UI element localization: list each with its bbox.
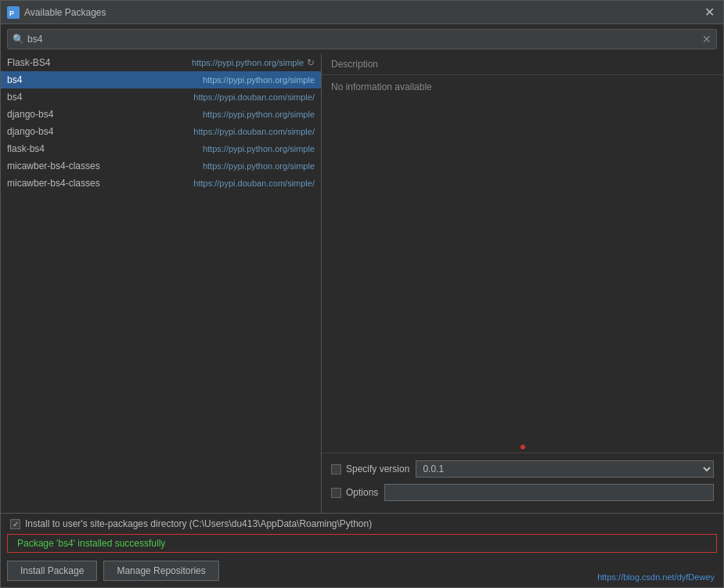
- list-item[interactable]: django-bs4https://pypi.python.org/simple: [1, 106, 321, 123]
- install-checkbox-row: Install to user's site-packages director…: [1, 514, 723, 534]
- list-item[interactable]: micawber-bs4-classeshttps://pypi.douban.…: [1, 175, 321, 192]
- package-name: micawber-bs4-classes: [7, 178, 193, 189]
- package-name: django-bs4: [7, 109, 203, 120]
- package-url: https://pypi.douban.com/simple/: [193, 92, 315, 102]
- package-name: micawber-bs4-classes: [7, 161, 203, 171]
- left-panel: Flask-BS4https://pypi.python.org/simple↻…: [1, 54, 322, 513]
- specify-version-checkbox[interactable]: [331, 464, 341, 474]
- package-name: Flask-BS4: [7, 57, 192, 68]
- list-item[interactable]: bs4https://pypi.python.org/simple: [1, 71, 321, 88]
- package-url: https://pypi.douban.com/simple/: [193, 179, 315, 188]
- install-package-button[interactable]: Install Package: [7, 561, 97, 581]
- svg-text:P: P: [9, 9, 14, 17]
- list-item[interactable]: flask-bs4https://pypi.python.org/simple: [1, 140, 321, 157]
- specify-version-label: Specify version: [346, 464, 409, 474]
- main-window: P Available Packages ✕ 🔍 ✕ Flask-BS4http…: [0, 0, 724, 588]
- search-input[interactable]: [27, 34, 702, 45]
- options-label: Options: [346, 487, 378, 498]
- title-bar: P Available Packages ✕: [1, 1, 723, 24]
- close-button[interactable]: ✕: [701, 5, 717, 20]
- options-input[interactable]: [384, 484, 714, 501]
- package-url: https://pypi.python.org/simple: [203, 144, 315, 153]
- list-item[interactable]: micawber-bs4-classeshttps://pypi.python.…: [1, 157, 321, 175]
- main-content: Flask-BS4https://pypi.python.org/simple↻…: [1, 54, 723, 513]
- package-url: https://pypi.douban.com/simple/: [193, 127, 315, 136]
- description-content: No information available: [322, 75, 723, 442]
- app-icon: P: [7, 6, 20, 19]
- list-item[interactable]: Flask-BS4https://pypi.python.org/simple↻: [1, 54, 321, 71]
- clear-search-icon[interactable]: ✕: [702, 33, 711, 45]
- search-bar: 🔍 ✕: [1, 24, 723, 54]
- package-list: Flask-BS4https://pypi.python.org/simple↻…: [1, 54, 321, 513]
- search-wrapper: 🔍 ✕: [7, 29, 717, 49]
- package-url: https://pypi.python.org/simple: [192, 58, 304, 67]
- list-item[interactable]: bs4https://pypi.douban.com/simple/: [1, 88, 321, 106]
- manage-repositories-button[interactable]: Manage Repositories: [103, 561, 218, 581]
- refresh-icon[interactable]: ↻: [307, 57, 315, 68]
- success-message: Package 'bs4' installed successfully: [7, 534, 717, 553]
- package-url: https://pypi.python.org/simple: [203, 110, 315, 119]
- options-row: Options: [331, 483, 714, 502]
- list-item[interactable]: django-bs4https://pypi.douban.com/simple…: [1, 123, 321, 140]
- package-name: flask-bs4: [7, 143, 203, 154]
- window-title: Available Packages: [24, 7, 701, 18]
- install-label: Install to user's site-packages director…: [25, 518, 372, 529]
- version-options: Specify version 0.0.1 Options: [322, 453, 723, 513]
- status-dot: [520, 445, 525, 449]
- options-checkbox[interactable]: [331, 488, 341, 498]
- package-name: bs4: [7, 74, 203, 85]
- specify-version-row: Specify version 0.0.1: [331, 460, 714, 478]
- version-select[interactable]: 0.0.1: [416, 460, 714, 478]
- package-name: django-bs4: [7, 126, 193, 137]
- footer-url: https://blog.csdn.net/dyfDewey: [597, 572, 715, 582]
- package-url: https://pypi.python.org/simple: [203, 75, 315, 85]
- package-url: https://pypi.python.org/simple: [203, 161, 315, 171]
- right-panel: Description No information available Spe…: [322, 54, 723, 513]
- description-header: Description: [322, 54, 723, 75]
- search-icon: 🔍: [13, 34, 24, 45]
- install-checkbox[interactable]: [10, 519, 20, 529]
- package-name: bs4: [7, 92, 193, 103]
